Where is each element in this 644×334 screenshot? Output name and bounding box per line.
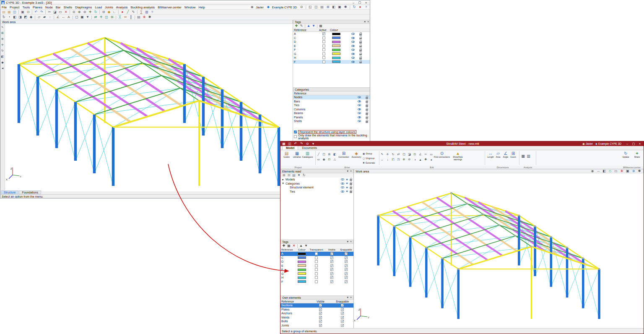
ribbon-button-find-connections[interactable]: ⊙Find connections — [434, 150, 450, 159]
visibility-toggle[interactable] — [341, 190, 344, 193]
ribbon-button-connection[interactable]: ⊞Connection — [338, 150, 350, 159]
menu-load[interactable]: Load — [95, 5, 102, 9]
ribbon-button-generate[interactable]: ✱Generate — [363, 160, 375, 165]
align-right-icon[interactable]: ◳ — [396, 157, 401, 162]
delete-icon[interactable]: ✕ — [63, 10, 68, 14]
lock-toggle[interactable] — [357, 56, 364, 60]
select-icon[interactable]: ↖ — [0, 25, 5, 29]
hide-icon[interactable]: ◌ — [47, 15, 52, 20]
visibility-toggle[interactable] — [349, 60, 357, 64]
expander-icon[interactable]: ▸ — [280, 178, 286, 181]
quickbar-text[interactable]: Example CYPE 3D — [272, 6, 297, 9]
menu-joints[interactable]: Joints — [105, 5, 113, 9]
category-row[interactable]: Beams — [293, 111, 370, 115]
tag-row[interactable]: E — [293, 44, 370, 48]
lock-toggle[interactable] — [363, 119, 370, 123]
settings-icon[interactable]: ✱ — [346, 190, 348, 193]
tag-row[interactable]: F — [293, 60, 370, 64]
category-row[interactable]: Ties — [293, 103, 370, 107]
snappable-checkbox[interactable] — [345, 268, 348, 271]
column-icon[interactable]: ║ — [128, 15, 133, 20]
category-row[interactable]: Columns — [293, 107, 370, 112]
tag-row[interactable]: H — [293, 56, 370, 60]
zoom-out-icon[interactable]: ⊖ — [82, 10, 87, 14]
visibility-toggle[interactable] — [341, 182, 344, 185]
front-view-icon[interactable]: ◧ — [12, 15, 17, 20]
visibility-icon[interactable]: ◧ — [602, 169, 607, 174]
settings-icon[interactable]: ✱ — [343, 5, 348, 10]
analysis-report-icon[interactable]: ▥ — [526, 153, 531, 159]
redo-icon[interactable]: ↷ — [39, 10, 44, 14]
tag-colour-cell[interactable] — [329, 48, 343, 52]
snappable-checkbox[interactable] — [341, 316, 344, 319]
tag-colour-cell[interactable] — [329, 44, 343, 48]
visibility-toggle[interactable] — [356, 99, 363, 104]
paste-icon[interactable]: ▭ — [58, 10, 63, 14]
bar-tool-icon[interactable]: ╱ — [316, 152, 321, 157]
ortho-icon[interactable]: ∟ — [112, 10, 117, 14]
lock-toggle[interactable] — [357, 60, 364, 64]
tag-row[interactable]: H — [280, 276, 353, 280]
help-icon[interactable]: ? — [364, 5, 369, 10]
active-checkbox[interactable] — [322, 32, 325, 35]
grid-icon[interactable]: ⊞ — [325, 5, 330, 10]
analysis-grid-icon[interactable]: ▦ — [520, 153, 526, 159]
tag-colour-cell[interactable] — [296, 272, 308, 276]
move-up-icon[interactable]: ▲ — [306, 24, 311, 29]
close-button[interactable]: × — [637, 142, 643, 146]
active-checkbox[interactable] — [322, 40, 325, 43]
analyse-icon[interactable]: ∑ — [139, 10, 144, 14]
close-panel-icon[interactable]: × — [350, 240, 352, 243]
zoom-window-icon[interactable]: ⊞ — [0, 31, 5, 35]
search-icon[interactable]: ⊙ — [305, 141, 310, 146]
visible-checkbox[interactable] — [319, 320, 322, 323]
measure-icon[interactable]: ∠ — [55, 15, 60, 20]
trim-icon[interactable]: ✂ — [423, 152, 428, 157]
results-icon[interactable]: ▥ — [144, 10, 149, 14]
transparent-checkbox[interactable] — [315, 264, 318, 267]
menu-analysis[interactable]: Analysis — [116, 5, 128, 9]
menu-window[interactable]: Window — [184, 5, 196, 9]
palette-icon[interactable]: ❀ — [619, 169, 624, 174]
transparent-checkbox[interactable] — [315, 260, 318, 263]
tree-item-categories[interactable]: ▾Categories✱ — [280, 182, 353, 186]
lock-toggle[interactable] — [363, 111, 370, 115]
copy-bar-icon[interactable]: ◫ — [104, 15, 109, 20]
ribbon-button-ungroup[interactable]: ▢Ungroup — [363, 156, 375, 160]
visible-checkbox[interactable] — [330, 280, 333, 283]
visible-checkbox[interactable] — [319, 308, 322, 311]
top-view-icon[interactable]: ◩ — [23, 15, 28, 20]
lock-toggle[interactable] — [357, 40, 364, 44]
category-row[interactable]: Nodes — [293, 95, 370, 99]
anchor-tool-icon[interactable]: ⊡ — [327, 157, 332, 162]
ribbon-button-codes[interactable]: ▤Codes — [281, 150, 292, 159]
undo-icon[interactable]: ↶ — [34, 10, 39, 14]
active-checkbox[interactable] — [322, 56, 325, 59]
solid-icon[interactable]: ▰ — [42, 15, 47, 20]
visibility-toggle[interactable] — [356, 103, 363, 107]
structure-3d-view[interactable]: ZYX — [5, 24, 293, 191]
ribbon-button-area[interactable]: ▱Area — [494, 150, 502, 159]
help-toolbar-icon[interactable]: ? — [150, 10, 155, 14]
visible-checkbox[interactable] — [330, 276, 333, 279]
pan-icon[interactable]: ✛ — [88, 10, 93, 14]
point-icon[interactable]: ● — [428, 157, 434, 162]
settings-icon[interactable]: ✱ — [346, 182, 348, 185]
dimension-icon[interactable]: ↔ — [61, 15, 66, 20]
user-view-icon[interactable]: ◉ — [590, 169, 595, 174]
grid-snap-icon[interactable]: ⊞ — [101, 10, 106, 14]
tag-row[interactable]: C — [293, 36, 370, 40]
tree-item-ties[interactable]: Ties✱ — [280, 190, 353, 194]
options-icon[interactable]: ✱ — [147, 15, 152, 20]
menu-planes[interactable]: Planes — [33, 5, 42, 9]
menu-diaphragms[interactable]: Diaphragms — [75, 5, 92, 9]
tag-colour-cell[interactable] — [329, 40, 343, 44]
project-icon[interactable]: ◆ — [266, 5, 271, 10]
menu-bar[interactable]: Bar — [56, 5, 61, 9]
tab-foundations[interactable]: Foundations — [19, 190, 41, 194]
tag-colour-cell[interactable] — [329, 60, 343, 64]
snappable-checkbox[interactable] — [345, 264, 348, 267]
tag-colour-cell[interactable] — [296, 252, 308, 256]
lock-toggle[interactable] — [357, 44, 364, 48]
search-icon[interactable]: ⊙ — [299, 5, 304, 10]
